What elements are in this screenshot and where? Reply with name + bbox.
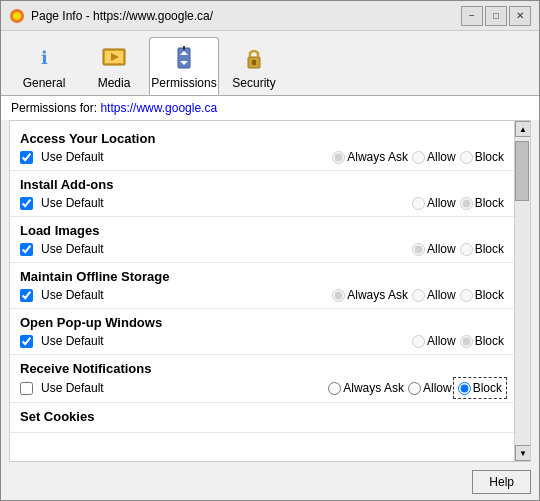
tab-general[interactable]: ℹ General [9,37,79,95]
offline-always-ask-radio[interactable] [332,289,345,302]
section-notifications-row: Use Default Always Ask Allow Block [20,380,504,396]
permissions-url: https://www.google.ca [100,101,217,115]
minimize-button[interactable]: − [461,6,483,26]
close-button[interactable]: ✕ [509,6,531,26]
section-cookies-title: Set Cookies [20,409,504,424]
footer: Help [1,466,539,500]
notifications-use-default-checkbox[interactable] [20,382,33,395]
images-block[interactable]: Block [460,242,504,256]
media-icon [98,42,130,74]
section-images: Load Images Use Default Allow Block [10,217,514,263]
location-allow[interactable]: Allow [412,150,456,164]
permissions-list: Access Your Location Use Default Always … [10,121,514,461]
tab-permissions-label: Permissions [151,76,216,90]
images-allow-radio[interactable] [412,243,425,256]
permissions-icon [168,42,200,74]
popup-allow-radio[interactable] [412,335,425,348]
location-always-ask[interactable]: Always Ask [332,150,408,164]
images-use-default-label: Use Default [41,242,121,256]
addons-use-default-label: Use Default [41,196,121,210]
scroll-up-button[interactable]: ▲ [515,121,531,137]
section-addons: Install Add-ons Use Default Allow Block [10,171,514,217]
permissions-bar: Permissions for: https://www.google.ca [1,95,539,120]
window-controls: − □ ✕ [461,6,531,26]
offline-always-ask[interactable]: Always Ask [332,288,408,302]
location-allow-radio[interactable] [412,151,425,164]
window: Page Info - https://www.google.ca/ − □ ✕… [0,0,540,501]
section-offline-row: Use Default Always Ask Allow Block [20,288,504,302]
svg-point-1 [13,12,21,20]
notifications-always-ask-radio[interactable] [328,382,341,395]
tab-media-label: Media [98,76,131,90]
tab-security[interactable]: Security [219,37,289,95]
help-button[interactable]: Help [472,470,531,494]
tab-permissions[interactable]: Permissions [149,37,219,95]
popup-radio-group: Allow Block [412,334,504,348]
addons-allow-radio[interactable] [412,197,425,210]
images-block-radio[interactable] [460,243,473,256]
section-location-title: Access Your Location [20,131,504,146]
offline-block[interactable]: Block [460,288,504,302]
images-radio-group: Allow Block [412,242,504,256]
notifications-radio-group: Always Ask Allow Block [328,380,504,396]
addons-block[interactable]: Block [460,196,504,210]
location-block-radio[interactable] [460,151,473,164]
location-radio-group: Always Ask Allow Block [332,150,504,164]
addons-radio-group: Allow Block [412,196,504,210]
section-popup-title: Open Pop-up Windows [20,315,504,330]
window-title: Page Info - https://www.google.ca/ [31,9,461,23]
maximize-button[interactable]: □ [485,6,507,26]
offline-block-radio[interactable] [460,289,473,302]
popup-use-default-label: Use Default [41,334,121,348]
addons-use-default-checkbox[interactable] [20,197,33,210]
scroll-down-button[interactable]: ▼ [515,445,531,461]
svg-rect-10 [252,60,256,65]
tab-media[interactable]: Media [79,37,149,95]
offline-use-default-checkbox[interactable] [20,289,33,302]
notifications-use-default-label: Use Default [41,381,121,395]
location-use-default-label: Use Default [41,150,121,164]
permissions-for-label: Permissions for: [11,101,97,115]
location-block[interactable]: Block [460,150,504,164]
firefox-icon [9,8,25,24]
offline-use-default-label: Use Default [41,288,121,302]
scroll-track [515,137,530,445]
section-images-title: Load Images [20,223,504,238]
section-location: Access Your Location Use Default Always … [10,125,514,171]
popup-block[interactable]: Block [460,334,504,348]
location-always-ask-radio[interactable] [332,151,345,164]
popup-use-default-checkbox[interactable] [20,335,33,348]
addons-allow[interactable]: Allow [412,196,456,210]
tab-general-label: General [23,76,66,90]
scrollbar[interactable]: ▲ ▼ [514,121,530,461]
section-popup: Open Pop-up Windows Use Default Allow Bl… [10,309,514,355]
tab-bar: ℹ General Media Permi [1,31,539,95]
section-cookies: Set Cookies [10,403,514,433]
popup-allow[interactable]: Allow [412,334,456,348]
addons-block-radio[interactable] [460,197,473,210]
title-bar: Page Info - https://www.google.ca/ − □ ✕ [1,1,539,31]
notifications-block[interactable]: Block [456,380,504,396]
notifications-allow[interactable]: Allow [408,381,452,395]
section-images-row: Use Default Allow Block [20,242,504,256]
section-addons-row: Use Default Allow Block [20,196,504,210]
notifications-block-radio[interactable] [458,382,471,395]
scroll-thumb[interactable] [515,141,529,201]
section-notifications-title: Receive Notifications [20,361,504,376]
offline-radio-group: Always Ask Allow Block [332,288,504,302]
section-notifications: Receive Notifications Use Default Always… [10,355,514,403]
popup-block-radio[interactable] [460,335,473,348]
security-icon [238,42,270,74]
notifications-allow-radio[interactable] [408,382,421,395]
section-offline-title: Maintain Offline Storage [20,269,504,284]
section-addons-title: Install Add-ons [20,177,504,192]
content-area: Access Your Location Use Default Always … [9,120,531,462]
location-use-default-checkbox[interactable] [20,151,33,164]
tab-security-label: Security [232,76,275,90]
offline-allow-radio[interactable] [412,289,425,302]
images-use-default-checkbox[interactable] [20,243,33,256]
images-allow[interactable]: Allow [412,242,456,256]
section-popup-row: Use Default Allow Block [20,334,504,348]
offline-allow[interactable]: Allow [412,288,456,302]
notifications-always-ask[interactable]: Always Ask [328,381,404,395]
